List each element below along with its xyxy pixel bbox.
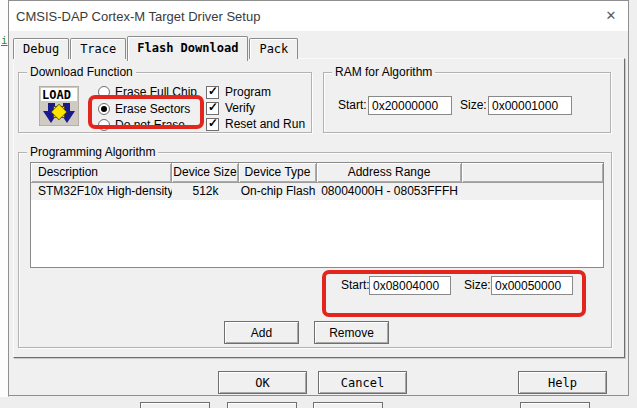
- screenshot-root: i CMSIS-DAP Cortex-M Target Driver Setup…: [0, 0, 637, 408]
- radio-erase-full-chip-label: Erase Full Chip: [115, 85, 197, 99]
- column-header-device-type[interactable]: Device Type: [239, 163, 317, 182]
- radio-do-not-erase-circle[interactable]: [98, 119, 110, 131]
- table-row[interactable]: STM32F10x High-density Flash 512k On-chi…: [31, 183, 603, 200]
- download-function-group-label: Download Function: [27, 65, 136, 79]
- background-editor-text: i: [1, 34, 8, 47]
- titlebar: CMSIS-DAP Cortex-M Target Driver Setup ✕: [9, 1, 628, 31]
- radio-erase-full-chip[interactable]: Erase Full Chip: [98, 85, 197, 99]
- cell-filler: [462, 183, 603, 200]
- radio-erase-sectors-circle[interactable]: [98, 103, 110, 115]
- ram-for-algorithm-group-label: RAM for Algorithm: [332, 65, 435, 79]
- column-header-filler: [462, 163, 603, 182]
- background-window-strip: [0, 397, 637, 408]
- checkbox-program-label: Program: [225, 85, 271, 99]
- programming-algorithm-group-label: Programming Algorithm: [27, 145, 158, 159]
- remove-button[interactable]: Remove: [314, 321, 389, 344]
- checkbox-program-box[interactable]: [206, 86, 219, 99]
- dialog-title: CMSIS-DAP Cortex-M Target Driver Setup: [16, 9, 260, 24]
- flash-start-label: Start:: [341, 276, 370, 295]
- radio-erase-sectors-label: Erase Sectors: [115, 102, 190, 116]
- background-button-4: [520, 402, 590, 408]
- cell-address-range: 08004000H - 08053FFFH: [317, 183, 462, 200]
- tab-trace[interactable]: Trace: [70, 38, 126, 59]
- tab-flash-download-label: Flash Download: [137, 41, 238, 55]
- cell-device-size: 512k: [172, 183, 239, 200]
- checkbox-verify-label: Verify: [225, 101, 255, 115]
- tab-debug[interactable]: Debug: [13, 38, 69, 59]
- tab-flash-download[interactable]: Flash Download: [127, 36, 248, 61]
- help-button[interactable]: Help: [518, 371, 607, 394]
- svg-text:LOAD: LOAD: [42, 88, 71, 102]
- background-button-3: [313, 402, 383, 408]
- cell-description: STM32F10x High-density Flash: [31, 183, 172, 200]
- ram-start-input[interactable]: [368, 96, 452, 115]
- tab-pack-label: Pack: [259, 42, 288, 56]
- column-header-description[interactable]: Description: [31, 163, 172, 182]
- background-button-2: [227, 402, 297, 408]
- ram-size-label: Size:: [460, 96, 487, 115]
- ok-button[interactable]: OK: [218, 371, 307, 394]
- flash-size-label: Size:: [464, 276, 491, 295]
- algorithm-table-header: Description Device Size Device Type Addr…: [31, 163, 603, 183]
- checkbox-reset-and-run-label: Reset and Run: [225, 117, 305, 131]
- add-button[interactable]: Add: [224, 321, 299, 344]
- ram-for-algorithm-group: RAM for Algorithm Start: Size:: [323, 72, 611, 133]
- tab-debug-label: Debug: [23, 42, 59, 56]
- radio-do-not-erase-label: Do not Erase: [115, 118, 185, 132]
- ram-start-label: Start:: [338, 96, 367, 115]
- radio-erase-sectors[interactable]: Erase Sectors: [98, 102, 190, 116]
- checkbox-verify[interactable]: Verify: [206, 101, 255, 115]
- flash-start-input[interactable]: [369, 276, 451, 295]
- ram-size-input[interactable]: [488, 96, 572, 115]
- column-header-device-size[interactable]: Device Size: [172, 163, 239, 182]
- background-button-1: [140, 402, 210, 408]
- radio-do-not-erase[interactable]: Do not Erase: [98, 118, 185, 132]
- algorithm-table[interactable]: Description Device Size Device Type Addr…: [30, 162, 604, 268]
- checkbox-reset-and-run-box[interactable]: [206, 118, 219, 131]
- flash-size-input[interactable]: [491, 276, 573, 295]
- programming-algorithm-group: Programming Algorithm Description Device…: [18, 152, 612, 348]
- load-icon: LOAD: [39, 86, 79, 126]
- cell-device-type: On-chip Flash: [239, 183, 317, 200]
- cancel-button[interactable]: Cancel: [318, 371, 407, 394]
- tab-trace-label: Trace: [80, 42, 116, 56]
- column-header-address-range[interactable]: Address Range: [317, 163, 462, 182]
- checkbox-program[interactable]: Program: [206, 85, 271, 99]
- checkbox-reset-and-run[interactable]: Reset and Run: [206, 117, 305, 131]
- radio-erase-full-chip-circle[interactable]: [98, 86, 110, 98]
- checkbox-verify-box[interactable]: [206, 102, 219, 115]
- close-icon[interactable]: ✕: [596, 3, 626, 27]
- tabstrip: Debug Trace Flash Download Pack: [13, 36, 299, 59]
- tab-pack[interactable]: Pack: [249, 38, 298, 59]
